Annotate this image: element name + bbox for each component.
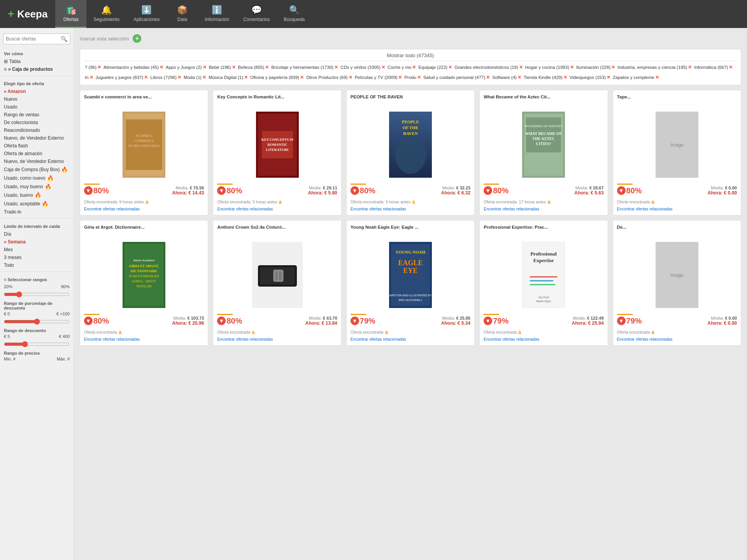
add-selection-button[interactable]: + [133, 34, 141, 43]
filter-tag[interactable]: Industria, empresas y ciencia (195)✕ [617, 63, 692, 72]
product-card[interactable]: PEOPLE OF THE RAVEN PEOPLE OF THE RAVEN … [346, 90, 475, 215]
nav-aplicaciones[interactable]: ⬇️ Aplicaciones [126, 0, 167, 28]
sidebar-item-caja-compra[interactable]: Caja de Compra (Buy Box) 🔥 [0, 165, 74, 174]
sidebar-item-caja-productos[interactable]: ≡ » Caja de productos [0, 65, 74, 73]
filter-tag[interactable]: Bricolaje y herramientas (1730)✕ [271, 63, 338, 72]
product-related[interactable]: Encontrar ofertas relacionadas [484, 206, 603, 211]
filter-tag-remove[interactable]: ✕ [97, 63, 101, 72]
product-related[interactable]: Encontrar ofertas relacionadas [617, 206, 737, 211]
filter-tag-remove[interactable]: ✕ [202, 74, 206, 82]
product-card[interactable]: Tape... Image ▼ 80% Media: € 0.00 Ahora:… [613, 90, 741, 215]
filter-tag[interactable]: Videojuegos (153)✕ [570, 74, 610, 82]
filter-tag-remove[interactable]: ✕ [519, 63, 523, 72]
filter-tag-remove[interactable]: ✕ [381, 63, 385, 72]
nav-data[interactable]: 📦 Data [167, 0, 198, 28]
filter-tag[interactable]: Tienda Kindle (429)✕ [524, 74, 567, 82]
sidebar-item-semana[interactable]: » Semana [0, 238, 74, 246]
sidebar-item-usado-como-nuevo[interactable]: Usado, como nuevo 🔥 [0, 174, 74, 182]
product-card[interactable]: What Became of the Aztec Cit... MYSTERIE… [479, 90, 608, 215]
filter-tag[interactable]: Bebé (196)✕ [209, 63, 236, 72]
product-card[interactable]: Young Noah Eagle Eye: Eagle ... YOUNG NO… [346, 220, 475, 346]
nav-comentarios[interactable]: 💬 Comentarios [236, 0, 277, 28]
nav-ofertas[interactable]: 🛍️ Ofertas [55, 0, 86, 28]
filter-tag[interactable]: Belleza (855)✕ [238, 63, 269, 72]
filter-tag[interactable]: Iluminación (228)✕ [576, 63, 615, 72]
search-input[interactable] [4, 34, 58, 44]
filter-tag[interactable]: Otros Productos (69)✕ [306, 74, 352, 82]
nav-informacion[interactable]: ℹ️ Información [198, 0, 237, 28]
product-card[interactable]: Scambi e commerci in area ve... SCAMBI E… [80, 90, 208, 215]
filter-tag-remove[interactable]: ✕ [448, 63, 452, 72]
sidebar-item-trade-in[interactable]: Trade-In [0, 208, 74, 216]
filter-tag[interactable]: Grandes electrodomésticos (19)✕ [454, 63, 523, 72]
sidebar-item-nuevo-vendedor2[interactable]: Nuevo, de Vendedor Externo [0, 158, 74, 165]
sidebar-item-3meses[interactable]: 3 meses [0, 254, 74, 261]
filter-tag[interactable]: CDs y vinilos (3305)✕ [340, 63, 385, 72]
filter-tag[interactable]: Salud y cuidado personal (477)✕ [423, 74, 490, 82]
sidebar-item-usado-bueno[interactable]: Usado, bueno 🔥 [0, 191, 74, 200]
filter-tag-remove[interactable]: ✕ [349, 74, 352, 82]
discount-slider[interactable] [4, 318, 70, 325]
product-related[interactable]: Encontrar ofertas relacionadas [84, 206, 204, 211]
filter-tag[interactable]: Zapatos y compleme✕ [613, 74, 659, 82]
sidebar-item-oferta-flash[interactable]: Oferta flash [0, 142, 74, 150]
filter-tag[interactable]: Oficina y papelería (839)✕ [250, 74, 304, 82]
filter-tag[interactable]: Hogar y cocina (1993)✕ [525, 63, 574, 72]
filter-tag-remove[interactable]: ✕ [655, 74, 659, 82]
show-all-label[interactable]: Mostrar todo (47345) [85, 52, 736, 61]
filter-tag-remove[interactable]: ✕ [729, 63, 733, 72]
filter-tag-remove[interactable]: ✕ [486, 74, 490, 82]
sidebar-item-dia[interactable]: Día [0, 230, 74, 238]
search-button[interactable]: 🔍 [58, 34, 70, 44]
product-related[interactable]: Encontrar ofertas relacionadas [84, 337, 204, 341]
logo[interactable]: + Keepa [4, 0, 55, 28]
product-related[interactable]: Encontrar ofertas relacionadas [217, 206, 337, 211]
filter-tag-remove[interactable]: ✕ [607, 74, 610, 82]
product-card[interactable]: De... Image ▼ 79% Media: € 0.00 Ahora: €… [613, 220, 741, 346]
nav-busqueda[interactable]: 🔍 Búsqueda [277, 0, 312, 28]
filter-tag[interactable]: Produ✕ [404, 74, 421, 82]
product-related[interactable]: Encontrar ofertas relacionadas [351, 337, 470, 341]
filter-tag-remove[interactable]: ✕ [417, 74, 421, 82]
filter-tag-remove[interactable]: ✕ [160, 63, 163, 72]
filter-tag[interactable]: Software (4)✕ [492, 74, 521, 82]
pct-slider[interactable] [4, 291, 70, 298]
filter-tag-remove[interactable]: ✕ [265, 63, 269, 72]
filter-tag-remove[interactable]: ✕ [563, 74, 567, 82]
sidebar-item-reacondicionado[interactable]: Reacondicionado [0, 126, 74, 134]
product-card[interactable]: Gíria et Argot. Dictionnaire... Albert A… [80, 220, 208, 346]
sidebar-item-coleccionista[interactable]: De coleccionista [0, 119, 74, 126]
product-card[interactable]: Anthoni Crown Ss2.4a Cinturó... ▼ 80% Me… [213, 220, 341, 346]
sidebar-item-rango-ventas[interactable]: Rango de ventas [0, 111, 74, 119]
sidebar-item-usado[interactable]: Usado [0, 103, 74, 111]
filter-tag-remove[interactable]: ✕ [232, 63, 236, 72]
nav-seguimiento[interactable]: 🔔 Seguimiento [86, 0, 126, 28]
filter-tag-remove[interactable]: ✕ [398, 74, 402, 82]
filter-tag[interactable]: Películas y TV (2009)✕ [355, 74, 402, 82]
filter-tag-remove[interactable]: ✕ [611, 63, 615, 72]
sidebar-item-todo[interactable]: Todo [0, 261, 74, 269]
product-related[interactable]: Encontrar ofertas relacionadas [484, 337, 603, 341]
sidebar-item-usado-muy-bueno[interactable]: Usado, muy bueno 🔥 [0, 182, 74, 191]
price-slider[interactable] [4, 341, 70, 347]
sidebar-item-oferta-almacen[interactable]: Oferta de almacén [0, 150, 74, 158]
sidebar-item-usado-aceptable[interactable]: Usado, aceptable 🔥 [0, 200, 74, 208]
filter-tag-remove[interactable]: ✕ [144, 74, 148, 82]
filter-tag[interactable]: Música Digital (1)✕ [209, 74, 248, 82]
filter-tag[interactable]: Apps y Juegos (2)✕ [166, 63, 207, 72]
filter-tag[interactable]: Equipaje (222)✕ [418, 63, 452, 72]
product-card[interactable]: Key Concepts in Romantic Lit... KEY CONC… [213, 90, 341, 215]
filter-tag-remove[interactable]: ✕ [89, 74, 93, 82]
filter-tag[interactable]: Moda (1)✕ [184, 74, 206, 82]
sidebar-item-nuevo-vendedor[interactable]: Nuevo, de Vendedor Externo [0, 134, 74, 142]
product-card[interactable]: Professional Expertise: Prac... Professi… [479, 220, 608, 346]
filter-tag[interactable]: Alimentación y bebidas (45)✕ [103, 63, 163, 72]
filter-tag-remove[interactable]: ✕ [177, 74, 181, 82]
sidebar-item-tabla[interactable]: ⊞ Tabla [0, 58, 74, 65]
sidebar-item-mes[interactable]: Mes [0, 246, 74, 254]
filter-tag-remove[interactable]: ✕ [517, 74, 521, 82]
product-related[interactable]: Encontrar ofertas relacionadas [351, 206, 470, 211]
filter-tag[interactable]: Libros (7296)✕ [150, 74, 181, 82]
product-related[interactable]: Encontrar ofertas relacionadas [617, 337, 737, 341]
filter-tag[interactable]: Juguetes y juegos (837)✕ [96, 74, 148, 82]
